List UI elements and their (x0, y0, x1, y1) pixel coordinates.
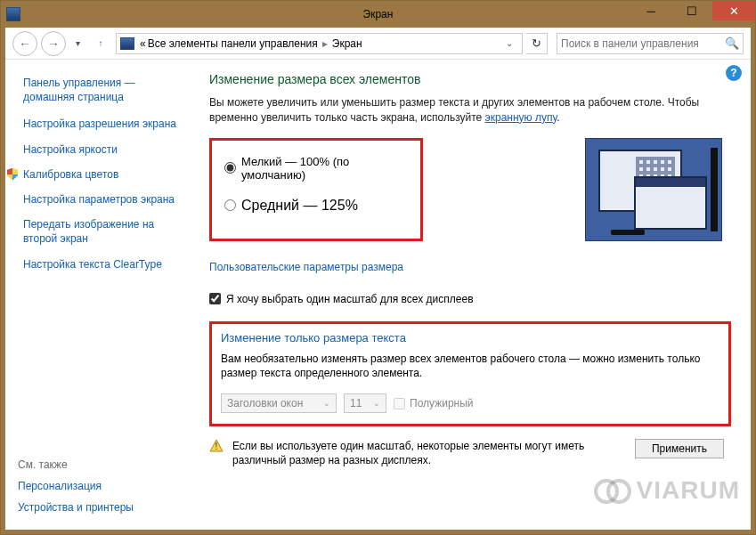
breadcrumb-parent[interactable]: Все элементы панели управления (148, 37, 318, 50)
search-input[interactable] (561, 37, 721, 50)
location-icon (120, 37, 134, 50)
bold-label: Полужирный (410, 397, 474, 409)
see-also-devices-printers[interactable]: Устройства и принтеры (18, 501, 187, 514)
see-also-heading: См. также (18, 458, 187, 471)
window-frame: Экран ─ ☐ ✕ ← → ▾ ↑ « Все элементы панел… (0, 0, 756, 535)
display-preview-icon (585, 138, 722, 241)
watermark: VIARUM (594, 476, 740, 505)
sidebar-item-project[interactable]: Передать изображение на второй экран (23, 217, 186, 246)
content-area: Панель управления — домашняя страница На… (5, 60, 751, 530)
breadcrumb-current[interactable]: Экран (332, 37, 362, 50)
sidebar-item-display-settings[interactable]: Настройка параметров экрана (23, 192, 186, 207)
breadcrumb-sep-icon: ▸ (320, 37, 330, 50)
chevron-down-icon: ⌄ (323, 399, 330, 408)
bold-checkbox-row[interactable]: Полужирный (394, 397, 474, 409)
page-description: Вы можете увеличить или уменьшить размер… (209, 95, 731, 126)
chevron-down-icon: ⌄ (373, 399, 380, 408)
navigation-bar: ← → ▾ ↑ « Все элементы панели управления… (5, 28, 751, 60)
history-dropdown[interactable]: ▾ (69, 31, 85, 56)
text-item-select[interactable]: Заголовки окон ⌄ (221, 393, 337, 413)
sidebar-item-brightness[interactable]: Настройка яркости (23, 142, 186, 157)
one-scale-label: Я хочу выбрать один масштаб для всех дис… (226, 293, 474, 305)
text-size-select[interactable]: 11 ⌄ (344, 393, 386, 413)
control-panel-home-link[interactable]: Панель управления — домашняя страница (23, 76, 186, 104)
scale-small-option[interactable]: Мелкий — 100% (по умолчанию) (224, 155, 408, 182)
apply-button[interactable]: Применить (635, 439, 724, 458)
up-button[interactable]: ↑ (93, 31, 109, 56)
scale-small-label: Мелкий — 100% (по умолчанию) (241, 155, 408, 182)
one-scale-checkbox[interactable] (209, 293, 221, 304)
titlebar[interactable]: Экран ─ ☐ ✕ (1, 1, 755, 28)
text-size-description: Вам необязательно изменять размер всех э… (221, 352, 719, 382)
refresh-button[interactable]: ↻ (526, 33, 548, 54)
back-button[interactable]: ← (12, 31, 37, 56)
see-also-personalization[interactable]: Персонализация (18, 480, 187, 492)
close-button[interactable]: ✕ (712, 1, 755, 20)
svg-text:!: ! (215, 442, 218, 451)
forward-button[interactable]: → (41, 31, 66, 56)
scale-medium-option[interactable]: Средний — 125% (224, 198, 408, 214)
magnifier-link[interactable]: экранную лупу (485, 111, 557, 124)
sidebar-item-cleartype[interactable]: Настройка текста ClearType (23, 257, 186, 272)
minimize-button[interactable]: ─ (630, 1, 671, 20)
search-box[interactable]: 🔍 (557, 33, 744, 54)
maximize-button[interactable]: ☐ (671, 1, 712, 20)
breadcrumb[interactable]: « Все элементы панели управления ▸ Экран… (116, 33, 523, 54)
text-size-heading: Изменение только размера текста (221, 331, 719, 345)
sidebar: Панель управления — домашняя страница На… (5, 60, 197, 530)
main-panel: ? Изменение размера всех элементов Вы мо… (197, 60, 751, 530)
scale-small-radio[interactable] (224, 162, 236, 174)
sidebar-item-color-calibration[interactable]: Калибровка цветов (23, 167, 186, 182)
scale-medium-radio[interactable] (224, 199, 236, 211)
custom-size-link[interactable]: Пользовательские параметры размера (209, 261, 403, 273)
watermark-logo-icon (594, 479, 631, 502)
warning-icon: ! (209, 439, 224, 453)
sidebar-item-resolution[interactable]: Настройка разрешения экрана (23, 117, 186, 131)
text-size-section: Изменение только размера текста Вам необ… (209, 321, 731, 427)
scale-medium-label: Средний — 125% (241, 198, 358, 214)
search-icon: 🔍 (725, 36, 739, 50)
help-icon[interactable]: ? (726, 65, 742, 81)
scale-options-group: Мелкий — 100% (по умолчанию) Средний — 1… (209, 138, 423, 241)
breadcrumb-dropdown-icon[interactable]: ⌄ (500, 38, 518, 48)
footer-warning-text: Если вы используете один масштаб, некото… (232, 439, 626, 467)
see-also-section: См. также Персонализация Устройства и пр… (18, 458, 187, 523)
breadcrumb-prefix: « (140, 37, 146, 50)
one-scale-checkbox-row[interactable]: Я хочу выбрать один масштаб для всех дис… (209, 293, 731, 305)
page-heading: Изменение размера всех элементов (209, 72, 731, 86)
bold-checkbox[interactable] (394, 398, 405, 409)
